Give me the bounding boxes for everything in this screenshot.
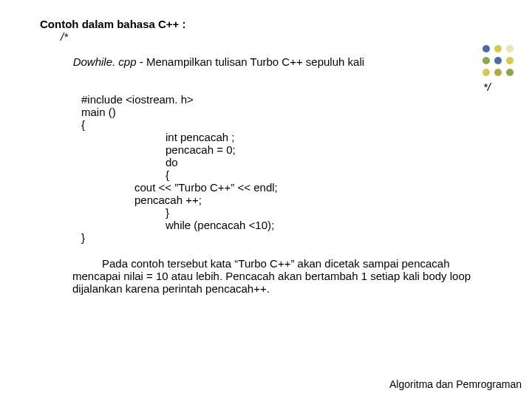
example-title: Contoh dalam bahasa C++ : [40, 18, 519, 30]
explanation-text: Pada contoh tersebut kata “Turbo C++” ak… [72, 257, 486, 295]
code-brace-open: { [40, 118, 519, 131]
code-cout: cout << ”Turbo C++” << endl; [40, 181, 519, 194]
code-do: do [40, 156, 519, 168]
comment-open: /* [40, 30, 519, 43]
code-main: main () [40, 106, 519, 118]
title-suffix: : [179, 18, 185, 30]
comment-close: */ [40, 81, 519, 93]
code-do-close: } [40, 206, 519, 219]
title-lang: C++ [158, 18, 179, 30]
code-incr: pencacah ++; [40, 194, 519, 206]
code-while: while (pencacah <10); [40, 219, 519, 231]
comment-desc: - Menampilkan tulisan Turbo C++ sepuluh … [137, 55, 365, 68]
code-brace-close: } [40, 231, 519, 244]
code-assign: pencacah = 0; [40, 143, 519, 156]
explanation-block: Pada contoh tersebut kata “Turbo C++” ak… [40, 257, 519, 295]
comment-filename: Dowhile. cpp [73, 55, 137, 68]
code-include: #include <iostream. h> [40, 93, 519, 106]
slide-content: Contoh dalam bahasa C++ : /* Dowhile. cp… [40, 18, 519, 295]
comment-line: Dowhile. cpp - Menampilkan tulisan Turbo… [40, 43, 519, 81]
code-decl: int pencacah ; [40, 131, 519, 143]
footer-text: Algoritma dan Pemrograman [389, 378, 522, 390]
code-do-brace: { [40, 168, 519, 181]
title-prefix: Contoh dalam bahasa [40, 18, 158, 30]
